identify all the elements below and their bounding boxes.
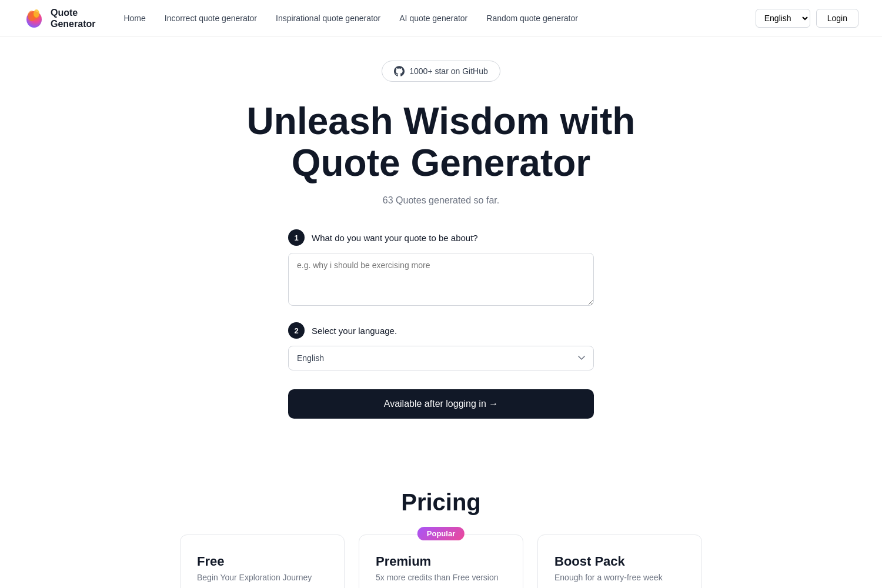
step-2: 2 Select your language. English Spanish … (288, 322, 594, 370)
quote-form: 1 What do you want your quote to be abou… (288, 229, 594, 419)
logo-icon (24, 8, 45, 29)
step-1-text: What do you want your quote to be about? (312, 233, 478, 243)
nav-ai[interactable]: AI quote generator (399, 14, 467, 23)
svg-point-2 (34, 9, 39, 18)
quote-textarea[interactable] (288, 253, 594, 306)
step-1: 1 What do you want your quote to be abou… (288, 229, 594, 308)
step-1-label: 1 What do you want your quote to be abou… (288, 229, 594, 246)
github-icon (394, 66, 405, 76)
plan-name-boost: Boost Pack (554, 554, 685, 569)
hero-section: 1000+ star on GitHub Unleash Wisdom with… (0, 37, 882, 454)
nav-incorrect[interactable]: Incorrect quote generator (165, 14, 257, 23)
language-selector[interactable]: English Spanish French German (756, 9, 810, 28)
popular-badge: Popular (417, 527, 465, 540)
plan-name-free: Free (197, 554, 328, 569)
language-dropdown[interactable]: English Spanish French German Japanese (288, 346, 594, 370)
login-button[interactable]: Login (816, 9, 858, 28)
generate-button[interactable]: Available after logging in → (288, 389, 594, 419)
step-2-label: 2 Select your language. (288, 322, 594, 339)
nav-right: English Spanish French German Login (756, 9, 858, 28)
nav-inspirational[interactable]: Inspirational quote generator (276, 14, 380, 23)
pricing-card-free: Free Begin Your Exploration Journey $0/ … (180, 534, 345, 588)
github-badge-button[interactable]: 1000+ star on GitHub (382, 61, 500, 82)
pricing-card-premium: Popular Premium 5x more credits than Fre… (359, 534, 523, 588)
language-select-wrapper: English Spanish French German Japanese (288, 346, 594, 370)
step-1-number: 1 (288, 229, 305, 246)
step-2-text: Select your language. (312, 326, 397, 336)
plan-desc-free: Begin Your Exploration Journey (197, 573, 328, 582)
logo-text: Quote Generator (51, 7, 95, 29)
pricing-card-boost: Boost Pack Enough for a worry-free week … (537, 534, 702, 588)
hero-title: Unleash Wisdom with Quote Generator (206, 101, 676, 183)
nav-links: Home Incorrect quote generator Inspirati… (123, 14, 736, 23)
plan-name-premium: Premium (376, 554, 506, 569)
plan-desc-boost: Enough for a worry-free week (554, 573, 685, 582)
nav-random[interactable]: Random quote generator (486, 14, 578, 23)
github-badge-text: 1000+ star on GitHub (409, 66, 487, 76)
navbar: Quote Generator Home Incorrect quote gen… (0, 0, 882, 37)
nav-home[interactable]: Home (123, 14, 145, 23)
pricing-cards: Free Begin Your Exploration Journey $0/ … (24, 534, 858, 588)
logo-link[interactable]: Quote Generator (24, 7, 95, 29)
step-2-number: 2 (288, 322, 305, 339)
hero-subtitle: 63 Quotes generated so far. (383, 195, 499, 206)
plan-desc-premium: 5x more credits than Free version (376, 573, 506, 582)
pricing-section: Pricing Free Begin Your Exploration Jour… (0, 454, 882, 588)
pricing-title: Pricing (24, 489, 858, 516)
